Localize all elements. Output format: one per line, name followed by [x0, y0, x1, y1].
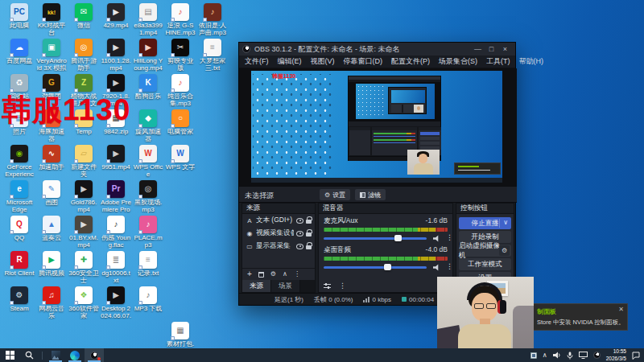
- desktop-icon[interactable]: ≣dg10006.txt: [100, 249, 132, 285]
- desktop-icon[interactable]: ♪依旧是·人声曲.mp3: [196, 2, 229, 37]
- desktop-icon[interactable]: ◆旋风加速器: [132, 108, 164, 143]
- visibility-icon[interactable]: [296, 218, 303, 224]
- menu-item-5[interactable]: 场景集合(S): [439, 56, 477, 67]
- obs-titlebar[interactable]: OBS 30.1.2 - 配置文件: 未命名 - 场景: 未命名 — □ ×: [239, 43, 515, 56]
- obs-preview-canvas[interactable]: 韩服1130: [239, 68, 517, 186]
- volume-slider[interactable]: ⋮: [324, 233, 448, 243]
- lock-icon[interactable]: [306, 232, 312, 237]
- desktop-icon[interactable]: ≡记录.txt: [132, 249, 164, 285]
- desktop-icon[interactable]: ◎腾讯手游助手: [68, 37, 100, 72]
- desktop-icon[interactable]: ▦素材打包.zip: [164, 320, 196, 348]
- desktop-icon[interactable]: ▶Desktop 2024.06.07.mp4: [100, 285, 132, 320]
- desktop-icon[interactable]: ▶HiliLong Young.mp4: [132, 37, 164, 72]
- visibility-icon[interactable]: [296, 244, 303, 249]
- menu-item-2[interactable]: 视图(V): [311, 56, 335, 67]
- desktop-icon[interactable]: ▶1100.1.28.mp4: [100, 37, 132, 72]
- desktop-icon[interactable]: ♪逆浪 G-SHINE.mp3: [164, 2, 196, 37]
- obs-tray-icon[interactable]: [593, 352, 601, 359]
- desktop-icon[interactable]: kk!KK对战平台: [35, 2, 68, 37]
- add-source-button[interactable]: +: [247, 270, 252, 278]
- chevron-down-icon[interactable]: ∨: [503, 219, 508, 226]
- display-icon[interactable]: [579, 352, 588, 359]
- desktop-icon[interactable]: ♪纯音乐合集.mp3: [164, 72, 196, 108]
- source-row[interactable]: ▭显示器采集: [242, 240, 315, 253]
- desktop-icon[interactable]: ≡大梦想家三.txt: [196, 37, 229, 72]
- desktop-icon[interactable]: ♪MP3 下载: [132, 285, 164, 320]
- desktop-icon[interactable]: ⚙Steam: [3, 285, 35, 320]
- desktop-icon[interactable]: ♪伤感 Young.flac: [100, 214, 132, 249]
- menu-item-1[interactable]: 编辑(E): [278, 56, 302, 67]
- desktop-icon[interactable]: WWPS 文字: [164, 143, 196, 179]
- dock-tab-1[interactable]: 场景: [271, 280, 300, 292]
- desktop-icon[interactable]: K酷狗音乐: [132, 72, 164, 108]
- desktop-icon[interactable]: ☁百度网盘: [3, 37, 35, 72]
- source-properties-button[interactable]: ⚙: [270, 271, 276, 278]
- lock-icon[interactable]: [306, 220, 312, 224]
- desktop-icon[interactable]: ✚360安全卫士: [68, 249, 100, 285]
- menu-item-3[interactable]: 停靠窗口(D): [344, 56, 383, 67]
- control-button-2[interactable]: 启动虚拟摄像机⚙: [459, 245, 511, 257]
- volume-icon[interactable]: [553, 352, 561, 359]
- source-settings-button[interactable]: ⚙ 设置: [320, 189, 350, 200]
- sources-more-button[interactable]: ⋮: [294, 271, 300, 278]
- desktop-icon[interactable]: ▶9951.mp4: [100, 143, 132, 179]
- microphone-icon[interactable]: [567, 352, 573, 360]
- desktop-icon[interactable]: ✉微信: [68, 2, 100, 37]
- source-row[interactable]: A文本 (GDI+): [242, 214, 315, 227]
- close-button[interactable]: ×: [498, 43, 512, 56]
- desktop-icon[interactable]: ▶429.mp4: [100, 2, 132, 37]
- desktop-icon[interactable]: PC此电脑: [3, 2, 35, 37]
- desktop-icon[interactable]: RRiot Client: [3, 249, 35, 285]
- desktop-icon[interactable]: ▶Gold786.mp4: [68, 179, 100, 214]
- taskbar-search-button[interactable]: [19, 348, 39, 362]
- visibility-icon[interactable]: [296, 231, 303, 237]
- desktop-icon[interactable]: ◎黑胶现场.mp3: [132, 179, 164, 214]
- mixer-more-button[interactable]: ⋮: [339, 282, 346, 290]
- desktop-icon[interactable]: WWPS Office: [132, 143, 164, 179]
- channel-options-icon[interactable]: ⋮: [446, 262, 453, 270]
- source-row[interactable]: ◉视频采集设备: [242, 227, 315, 240]
- gear-icon[interactable]: ⚙: [499, 245, 510, 256]
- desktop-icon[interactable]: ✎画图: [35, 179, 68, 214]
- tray-app-icon[interactable]: [530, 352, 537, 359]
- toast-close-icon[interactable]: ✕: [618, 306, 624, 313]
- desktop-icon[interactable]: ✂剪映专业版: [164, 37, 196, 72]
- taskbar-clock[interactable]: 10:55 2026/3/5: [606, 348, 626, 361]
- desktop-icon[interactable]: ▶腾讯视频: [35, 249, 68, 285]
- dock-tab-0[interactable]: 来源: [242, 280, 271, 292]
- remove-source-button[interactable]: [258, 272, 264, 278]
- desktop-icon[interactable]: ▣VeryAndroid 3X 模拟器: [35, 37, 68, 72]
- desktop-icon[interactable]: ♫网易云音乐: [35, 285, 68, 320]
- show-hidden-icons-chevron[interactable]: ∧: [543, 352, 547, 359]
- channel-options-icon[interactable]: ⋮: [446, 233, 453, 241]
- desktop-icon[interactable]: ∿加速助手: [35, 143, 68, 179]
- control-button-0[interactable]: 停止直播∨: [459, 217, 511, 229]
- start-button[interactable]: [0, 348, 19, 362]
- action-center-icon[interactable]: [632, 352, 640, 360]
- move-source-up-button[interactable]: ∧: [283, 271, 287, 278]
- desktop-icon[interactable]: ❖360软件管家: [68, 285, 100, 320]
- desktop-icon[interactable]: ▲蓝奏云: [35, 214, 68, 249]
- volume-slider[interactable]: ⋮: [324, 262, 448, 272]
- desktop-icon[interactable]: ▤e8a3a3991.mp4: [132, 2, 164, 37]
- speaker-icon[interactable]: [433, 235, 440, 242]
- desktop-icon[interactable]: ○电脑管家: [164, 108, 196, 143]
- menu-item-6[interactable]: 工具(T): [486, 56, 510, 67]
- desktop-icon[interactable]: PrAdobe Premiere Pro: [100, 179, 132, 214]
- desktop-icon[interactable]: QQQ: [3, 214, 35, 249]
- desktop-icon[interactable]: ▱新建文件夹: [68, 143, 100, 179]
- maximize-button[interactable]: □: [485, 43, 498, 56]
- desktop-icon[interactable]: ◉GeForce Experience: [3, 143, 35, 179]
- menu-item-7[interactable]: 帮助(H): [519, 56, 544, 67]
- speaker-icon[interactable]: [433, 264, 440, 271]
- control-button-3[interactable]: 工作室模式: [459, 258, 511, 270]
- menu-item-0[interactable]: 文件(F): [245, 56, 269, 67]
- minimize-button[interactable]: —: [471, 43, 485, 56]
- advanced-audio-icon[interactable]: [324, 283, 331, 289]
- taskbar-photos-app[interactable]: [46, 348, 65, 362]
- taskbar-edge-app[interactable]: [65, 348, 85, 362]
- menu-item-4[interactable]: 配置文件(P): [391, 56, 430, 67]
- lock-icon[interactable]: [306, 245, 312, 249]
- desktop-icon[interactable]: eMicrosoft Edge: [3, 179, 35, 214]
- slider-handle[interactable]: [394, 235, 402, 241]
